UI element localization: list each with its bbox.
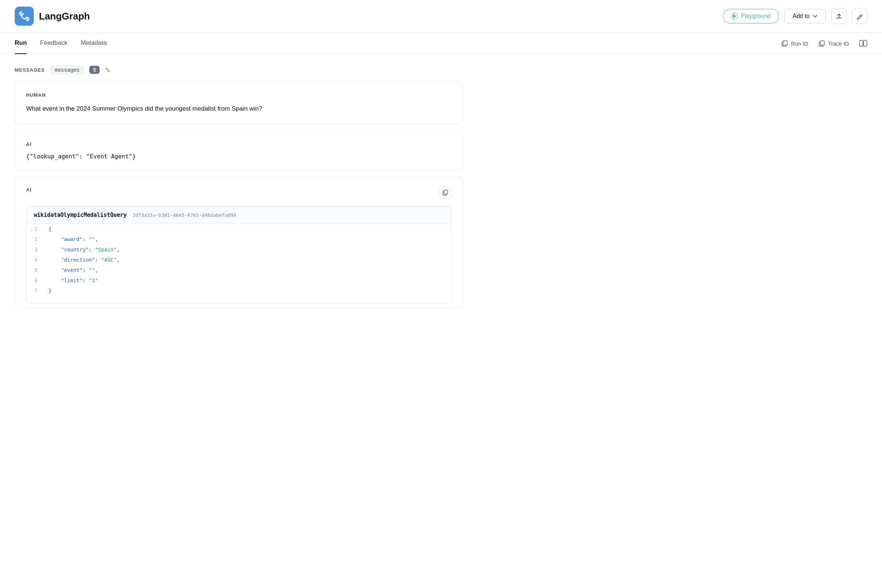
play-icon (731, 13, 738, 20)
line-num-5: 5 (27, 265, 45, 275)
line-content-7: } (45, 285, 451, 296)
messages-label: MESSAGES (15, 67, 45, 73)
header: LangGraph Playground Add to (0, 0, 882, 33)
main-content: MESSAGES messages 5 ⤡ HUMAN What event i… (0, 54, 478, 325)
chevron-down-icon (813, 14, 818, 19)
messages-key-badge: messages (50, 65, 84, 74)
code-line-4: 4 "direction": "ASC", (27, 255, 451, 265)
code-line-2: 2 "award": "", (27, 234, 451, 244)
ai-message-code-1: {"lookup_agent": "Event Agent"} (26, 153, 452, 160)
line-content-5: "event": "", (45, 265, 451, 275)
human-message-text: What event in the 2024 Summer Olympics d… (26, 104, 452, 114)
trace-id-action[interactable]: Trace ID (818, 40, 849, 46)
svg-rect-9 (444, 190, 448, 194)
tab-feedback[interactable]: Feedback (40, 33, 68, 54)
layout-toggle[interactable] (859, 40, 867, 46)
copy-run-id-icon (781, 40, 788, 46)
line-num-2: 2 (27, 234, 45, 244)
tool-call-header: wikidataOlympicMedalistQuery 3d73a31e-b3… (27, 207, 451, 224)
line-num-3: 3 (27, 244, 45, 255)
copy-icon (442, 190, 448, 195)
ai-role-label-2: AI (26, 187, 32, 193)
ai-card-bottom-spacing (15, 303, 463, 307)
logo-area: LangGraph (15, 7, 90, 26)
svg-rect-3 (783, 41, 787, 45)
header-actions: Playground Add to (723, 9, 867, 24)
message-human: HUMAN What event in the 2024 Summer Olym… (15, 82, 463, 124)
trace-id-label: Trace ID (828, 40, 849, 46)
svg-rect-5 (820, 41, 824, 45)
human-role-label: HUMAN (26, 92, 452, 98)
messages-count-badge: 5 (89, 66, 100, 74)
svg-rect-6 (860, 40, 863, 46)
message-ai-tool: AI wikidataOlympicMedalistQuery 3d73a31e… (15, 177, 463, 308)
code-line-7: 7 } (27, 285, 451, 296)
layout-icon (859, 40, 867, 46)
logo-icon (15, 7, 34, 26)
edit-button[interactable] (852, 9, 867, 24)
playground-label: Playground (741, 13, 771, 20)
collapse-chevron-1[interactable]: ⌄ (30, 225, 33, 233)
line-content-3: "country": "Spain", (45, 244, 451, 255)
upload-button[interactable] (831, 9, 847, 24)
upload-icon (836, 13, 842, 20)
ai-role-label-1: AI (26, 141, 452, 147)
code-line-5: 5 "event": "", (27, 265, 451, 275)
line-num-1: ⌄ 1 (27, 224, 45, 234)
messages-header: MESSAGES messages 5 ⤡ (15, 65, 463, 74)
tab-run[interactable]: Run (15, 33, 27, 54)
code-line-6: 6 "limit": "1" (27, 275, 451, 285)
line-content-2: "award": "", (45, 234, 451, 244)
code-block: ⌄ 1 { 2 "award": "", 3 "co (27, 224, 451, 303)
tab-right-actions: Run ID Trace ID (781, 40, 867, 46)
line-num-7: 7 (27, 285, 45, 296)
run-id-action[interactable]: Run ID (781, 40, 808, 46)
playground-button[interactable]: Playground (723, 9, 779, 24)
line-num-6: 6 (27, 275, 45, 285)
tabs-nav: Run Feedback Metadata Run ID Trace ID (0, 33, 882, 54)
tool-call-block: wikidataOlympicMedalistQuery 3d73a31e-b3… (26, 206, 452, 303)
line-content-6: "limit": "1" (45, 275, 451, 285)
line-num-4: 4 (27, 255, 45, 265)
tab-metadata[interactable]: Metadata (81, 33, 107, 54)
svg-point-0 (21, 12, 22, 14)
tool-name: wikidataOlympicMedalistQuery (34, 212, 127, 218)
copy-tool-button[interactable] (439, 186, 452, 199)
svg-rect-7 (864, 40, 867, 46)
code-line-1: ⌄ 1 { (27, 224, 451, 234)
tool-id: 3d73a31e-b381-4645-9763-d48dabefa099 (133, 212, 236, 218)
ai-tool-header: AI (15, 177, 463, 199)
copy-trace-id-icon (818, 40, 825, 46)
edit-icon (856, 13, 863, 20)
line-content-4: "direction": "ASC", (45, 255, 451, 265)
line-content-1: { (45, 224, 451, 234)
add-to-button[interactable]: Add to (784, 9, 826, 24)
add-to-label: Add to (793, 13, 810, 20)
code-line-3: 3 "country": "Spain", (27, 244, 451, 255)
app-title: LangGraph (39, 10, 90, 22)
svg-point-1 (26, 18, 28, 20)
expand-icon[interactable]: ⤡ (105, 66, 110, 74)
message-ai-1: AI {"lookup_agent": "Event Agent"} (15, 131, 463, 171)
run-id-label: Run ID (791, 40, 808, 46)
